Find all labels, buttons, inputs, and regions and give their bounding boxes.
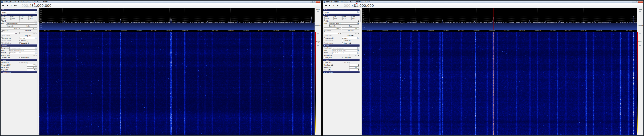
spinner[interactable]	[358, 66, 359, 68]
mode-dsb[interactable]: DSB	[10, 18, 19, 20]
correct-iq-checkbox[interactable]: Correct IQ	[342, 40, 360, 41]
stop-button[interactable]	[6, 4, 9, 7]
filter-audio-checkbox[interactable]: Filter Audio	[20, 57, 37, 58]
squelch-input[interactable]: 75	[324, 32, 341, 34]
agc-slope-input[interactable]: 0	[27, 69, 37, 71]
agc-threshold-input[interactable]: -50	[27, 64, 37, 66]
filter-select[interactable]: Blackman-Harris 4▼	[6, 23, 37, 25]
scroll-down-icon[interactable]: ▼	[360, 133, 362, 135]
slider-thumb[interactable]	[639, 45, 641, 46]
spinner[interactable]	[358, 69, 359, 71]
sidebar-scrollbar[interactable]: ▲ ▼	[38, 8, 39, 135]
agc-slope-input[interactable]: 0	[349, 69, 359, 71]
panel-header-fft-display[interactable]: ▼FFT Display	[1, 71, 37, 74]
mute-button[interactable]	[14, 4, 17, 7]
filter-select[interactable]: Blackman-Harris 4▼	[328, 23, 359, 25]
spinner[interactable]	[35, 28, 37, 29]
stop-button[interactable]	[328, 4, 331, 7]
swap-iq-checkbox[interactable]: Swap I & Q	[20, 42, 37, 44]
agc-threshold-input[interactable]: -50	[349, 64, 359, 66]
mode-usb[interactable]: USB	[350, 16, 360, 18]
minimize-button[interactable]: ─	[310, 1, 312, 3]
mode-cw[interactable]: CW	[19, 18, 28, 20]
panel-header-radio[interactable]: ▼Radio	[324, 14, 360, 16]
panel-header-source[interactable]: ▼Source	[1, 9, 37, 11]
spinner[interactable]	[340, 32, 341, 34]
mode-nfm[interactable]: NFM	[1, 16, 10, 18]
spinner[interactable]	[17, 28, 19, 29]
waterfall-display[interactable]	[40, 32, 314, 134]
unity-gain-checkbox[interactable]: Unity Gain	[324, 57, 341, 58]
panel-header-agc[interactable]: ▼AGC	[1, 59, 37, 61]
scroll-up-icon[interactable]: ▲	[360, 8, 362, 10]
mode-nfm[interactable]: NFM	[324, 16, 332, 18]
close-button[interactable]: ✕	[316, 1, 320, 3]
menu-button[interactable]	[2, 4, 5, 7]
spectrum-display[interactable]	[40, 8, 314, 30]
mode-dsb[interactable]: DSB	[332, 18, 342, 20]
slider-thumb[interactable]	[317, 33, 319, 33]
minimize-button[interactable]: ─	[632, 1, 635, 3]
spectrum-display[interactable]	[362, 8, 637, 30]
titlebar[interactable]: SDR# v1.0.0.1328 - IQ Imbalance Gain = 1…	[323, 1, 643, 3]
use-agc-checkbox[interactable]: Use AGC	[1, 62, 19, 63]
panel-header-fft-display[interactable]: ▼FFT Display	[324, 71, 360, 74]
agc-decay-input[interactable]: 100	[349, 66, 359, 69]
mode-wfm[interactable]: WFM	[1, 18, 10, 20]
step-size-select[interactable]: 12.5 kHz▼	[342, 37, 360, 39]
squelch-checkbox[interactable]: Squelch	[324, 30, 341, 32]
squelch-input[interactable]: 75	[1, 32, 19, 34]
order-input[interactable]: 500	[342, 27, 360, 29]
snap-to-grid-checkbox[interactable]: Snap to grid	[324, 37, 341, 39]
order-input[interactable]: 500	[20, 27, 37, 29]
frequency-display[interactable]: 000.481.000.000	[344, 4, 374, 8]
range-slider[interactable]	[318, 43, 318, 56]
scrollbar-thumb[interactable]	[360, 10, 361, 22]
scroll-down-icon[interactable]: ▼	[38, 133, 39, 135]
snap-to-grid-checkbox[interactable]: Snap to grid	[1, 37, 19, 39]
swap-iq-checkbox[interactable]: Swap I & Q	[342, 42, 360, 44]
mode-wfm[interactable]: WFM	[324, 18, 332, 20]
panel-header-radio[interactable]: ▼Radio	[1, 14, 37, 16]
settings-button[interactable]: ⚙	[332, 4, 335, 7]
mode-lsb[interactable]: LSB	[19, 16, 28, 18]
range-slider[interactable]	[640, 43, 640, 56]
panel-header-audio[interactable]: ▼Audio	[324, 44, 360, 47]
spinner[interactable]	[35, 64, 37, 66]
waterfall-display[interactable]	[362, 32, 637, 134]
mode-raw[interactable]: RAW	[28, 18, 37, 20]
panel-header-audio[interactable]: ▼Audio	[1, 44, 37, 47]
bandwidth-input[interactable]: 8000	[324, 27, 341, 29]
contrast-slider[interactable]	[318, 27, 318, 40]
slider-thumb[interactable]	[639, 33, 641, 33]
bandwidth-input[interactable]: 8000	[1, 27, 19, 29]
scroll-up-icon[interactable]: ▲	[38, 8, 39, 10]
filter-audio-checkbox[interactable]: Filter Audio	[342, 57, 360, 58]
settings-button[interactable]: ⚙	[10, 4, 13, 7]
mode-raw[interactable]: RAW	[350, 18, 360, 20]
mode-am[interactable]: AM	[332, 16, 342, 18]
slider-thumb[interactable]	[317, 45, 319, 46]
slider-thumb[interactable]	[317, 11, 319, 12]
contrast-slider[interactable]	[640, 27, 640, 40]
scrollbar-thumb[interactable]	[38, 10, 39, 22]
mode-usb[interactable]: USB	[28, 16, 37, 18]
mute-button[interactable]	[336, 4, 339, 7]
shift-checkbox[interactable]: Shift	[1, 20, 19, 22]
spinner[interactable]	[35, 69, 37, 71]
agc-decay-input[interactable]: 100	[27, 66, 37, 69]
maximize-button[interactable]: □	[635, 1, 638, 3]
mode-cw[interactable]: CW	[342, 18, 350, 20]
mode-am[interactable]: AM	[10, 16, 19, 18]
step-size-select[interactable]: 12.5 kHz▼	[19, 37, 37, 39]
source-device-select[interactable]: HackRF▼	[1, 11, 37, 13]
sidebar-scrollbar[interactable]: ▲ ▼	[360, 8, 362, 135]
unity-gain-checkbox[interactable]: Unity Gain	[1, 57, 19, 58]
close-button[interactable]: ✕	[638, 1, 643, 3]
shift-checkbox[interactable]: Shift	[324, 20, 341, 22]
use-agc-checkbox[interactable]: Use AGC	[324, 62, 341, 63]
titlebar[interactable]: SDR# v1.0.0.1328 - IQ Imbalance Gain = 1…	[1, 1, 321, 3]
maximize-button[interactable]: □	[313, 1, 316, 3]
panel-header-agc[interactable]: ▼AGC	[324, 59, 360, 61]
correct-iq-checkbox[interactable]: Correct IQ	[20, 40, 37, 41]
